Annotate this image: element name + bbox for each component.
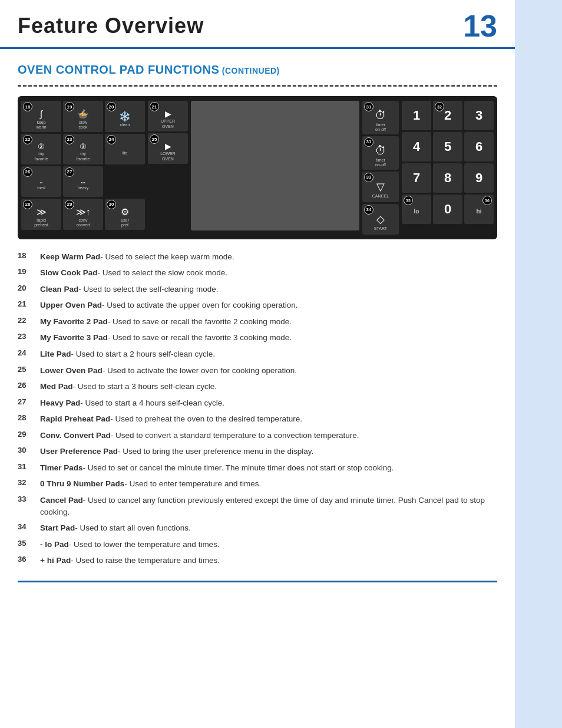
pad-23-num: 23: [65, 135, 74, 144]
num-4-val: 4: [413, 139, 420, 154]
pad-31a-label: timeron-off: [375, 123, 386, 133]
list-item-22: 22My Favorite 2 Pad- Used to save or rec…: [18, 316, 497, 328]
item-text: Cancel Pad- Used to cancel any function …: [40, 495, 497, 518]
num-4[interactable]: 4: [402, 132, 431, 162]
pad-23-label: myfavorite: [77, 151, 90, 162]
item-num: 34: [18, 522, 40, 531]
num-7[interactable]: 7: [402, 163, 431, 193]
item-num: 26: [18, 381, 40, 390]
pad-31-bot[interactable]: 31 ⏱ timeron-off: [362, 136, 399, 170]
pad-29-label: convconvert: [77, 218, 90, 228]
pad-29[interactable]: 29 ≫↑ convconvert: [63, 199, 103, 230]
pad-22-num: 22: [23, 135, 32, 144]
pad-25[interactable]: 25 ▶ LOWEROVEN: [148, 133, 188, 164]
list-item-25: 25Lower Oven Pad- Used to activate the l…: [18, 365, 497, 377]
pad-30[interactable]: 30 ⚙ userpref: [105, 199, 145, 230]
oven-select-btns: 21 ▶ UPPEROVEN 25 ▶ LOWEROVEN: [148, 101, 188, 164]
oven-control-panel: 18 ∫ keepwarm 19 🍲 slowcook 20 ❄️ clean …: [18, 96, 497, 239]
pad-33-num: 33: [364, 173, 373, 182]
pad-25-num: 25: [150, 134, 159, 144]
item-text: Timer Pads- Used to set or cancel the mi…: [40, 462, 394, 474]
sidebar-strip: [515, 0, 562, 728]
section-heading: OVEN CONTROL PAD FUNCTIONS (CONTINUED): [0, 63, 515, 77]
pad-20[interactable]: 20 ❄️ clean: [105, 101, 145, 132]
list-item-31: 31Timer Pads- Used to set or cancel the …: [18, 462, 497, 474]
list-item-28: 28Rapid Preheat Pad- Used to preheat the…: [18, 413, 497, 425]
pad-31a-num: 31: [364, 102, 373, 111]
pad-22-icon: ②: [38, 142, 45, 151]
pad-19[interactable]: 19 🍲 slowcook: [63, 101, 103, 132]
list-item-36: 36+ hi Pad- Used to raise the temperatur…: [18, 555, 497, 566]
pad-18[interactable]: 18 ∫ keepwarm: [21, 101, 61, 132]
pad-28[interactable]: 28 ≫ rapidpreheat: [21, 199, 61, 230]
item-text: My Favorite 3 Pad- Used to save or recal…: [40, 332, 292, 344]
pad-25-label: LOWEROVEN: [160, 151, 176, 162]
list-item-19: 19Slow Cook Pad- Used to select the slow…: [18, 267, 497, 279]
num-1[interactable]: 1: [402, 101, 431, 130]
page-number: 13: [463, 11, 497, 41]
bottom-divider: [18, 581, 497, 582]
pad-31b-label: timeron-off: [375, 158, 386, 168]
pad-20-label: clean: [120, 123, 130, 127]
pad-26[interactable]: 26 ••med: [21, 166, 61, 197]
pad-19-icon: 🍲: [77, 108, 89, 120]
pad-21[interactable]: 21 ▶ UPPEROVEN: [148, 101, 188, 131]
num-5-val: 5: [444, 139, 451, 154]
page-header: Feature Overview 13: [0, 0, 515, 49]
item-text: Med Pad- Used to start a 3 hours self-cl…: [40, 381, 217, 393]
pad-34[interactable]: 34 ◇ START: [362, 204, 399, 235]
item-num: 23: [18, 332, 40, 341]
pad-26-num: 26: [23, 167, 32, 177]
pad-35[interactable]: 35 lo: [402, 195, 431, 224]
pad-18-num: 18: [23, 102, 32, 111]
section-title: OVEN CONTROL PAD FUNCTIONS: [18, 63, 219, 76]
item-num: 22: [18, 316, 40, 325]
pad-36[interactable]: 36 hi: [464, 195, 494, 224]
pad-25-arrow: ▶: [165, 141, 171, 151]
pad-33[interactable]: 33 ▽ CANCEL: [362, 172, 399, 202]
item-num: 29: [18, 430, 40, 439]
item-num: 35: [18, 539, 40, 548]
pad-31-top[interactable]: 31 ⏱ timeron-off: [362, 101, 399, 134]
pad-27[interactable]: 27 •••heavy: [63, 166, 103, 197]
item-text: Lite Pad- Used to start a 2 hours self-c…: [40, 348, 215, 360]
item-num: 25: [18, 365, 40, 374]
num-0-val: 0: [444, 202, 451, 217]
num-2[interactable]: 32 2: [433, 101, 462, 130]
pad-24-label: lite: [123, 151, 128, 156]
pad-24[interactable]: 24 lite: [105, 134, 145, 164]
pad-20-icon: ❄️: [119, 111, 131, 122]
pad-24-num: 24: [107, 135, 116, 144]
pad-30-label: userpref: [121, 218, 129, 228]
numpad: 1 32 2 3 4 5 6 7 8 9 35 lo 0 36 hi: [402, 101, 494, 224]
pad-30-num: 30: [107, 200, 116, 209]
list-item-27: 27Heavy Pad- Used to start a 4 hours sel…: [18, 397, 497, 409]
page-title: Feature Overview: [18, 14, 204, 38]
item-num: 20: [18, 284, 40, 292]
item-num: 30: [18, 446, 40, 454]
num-5[interactable]: 5: [433, 132, 462, 162]
pad-22[interactable]: 22 ② myfavorite: [21, 134, 61, 164]
pad-35-badge: 35: [404, 196, 413, 205]
list-item-21: 21Upper Oven Pad- Used to activate the u…: [18, 299, 497, 311]
num-6[interactable]: 6: [464, 132, 494, 162]
pad-27-num: 27: [65, 167, 74, 177]
item-num: 24: [18, 348, 40, 357]
item-text: 0 Thru 9 Number Pads- Used to enter temp…: [40, 478, 261, 490]
section-subtitle: (CONTINUED): [222, 66, 280, 75]
item-num: 31: [18, 462, 40, 471]
item-text: Keep Warm Pad- Used to select the keep w…: [40, 251, 234, 263]
num-1-val: 1: [413, 108, 420, 123]
pad-19-label: slowcook: [79, 120, 88, 130]
num-0[interactable]: 0: [433, 195, 462, 224]
pad-23-icon: ③: [80, 142, 87, 151]
pad-28-icon: ≫: [37, 206, 47, 218]
pad-21-label: UPPEROVEN: [161, 119, 175, 129]
pad-23[interactable]: 23 ③ myfavorite: [63, 134, 103, 164]
num-3[interactable]: 3: [464, 101, 494, 130]
left-pad-grid: 18 ∫ keepwarm 19 🍲 slowcook 20 ❄️ clean …: [21, 101, 145, 230]
item-text: Slow Cook Pad- Used to select the slow c…: [40, 267, 227, 279]
num-9[interactable]: 9: [464, 163, 494, 193]
pad-28-label: rapidpreheat: [34, 218, 48, 228]
num-8[interactable]: 8: [433, 163, 462, 193]
